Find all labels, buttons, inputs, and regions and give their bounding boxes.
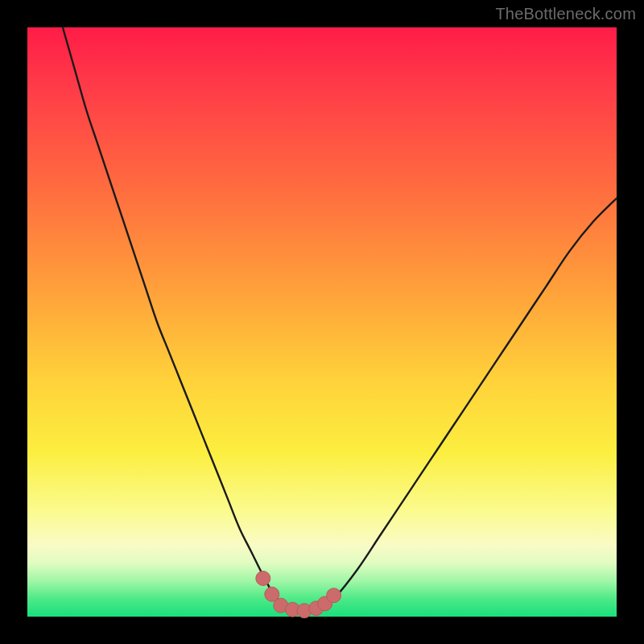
optimal-range-markers bbox=[256, 571, 341, 617]
marker-dot bbox=[256, 571, 270, 585]
bottleneck-curve bbox=[63, 27, 617, 611]
watermark-label: TheBottleneck.com bbox=[495, 5, 636, 23]
curve-svg bbox=[27, 27, 617, 617]
plot-area bbox=[27, 27, 617, 617]
chart-frame: TheBottleneck.com bbox=[0, 0, 644, 644]
marker-dot bbox=[327, 588, 341, 603]
